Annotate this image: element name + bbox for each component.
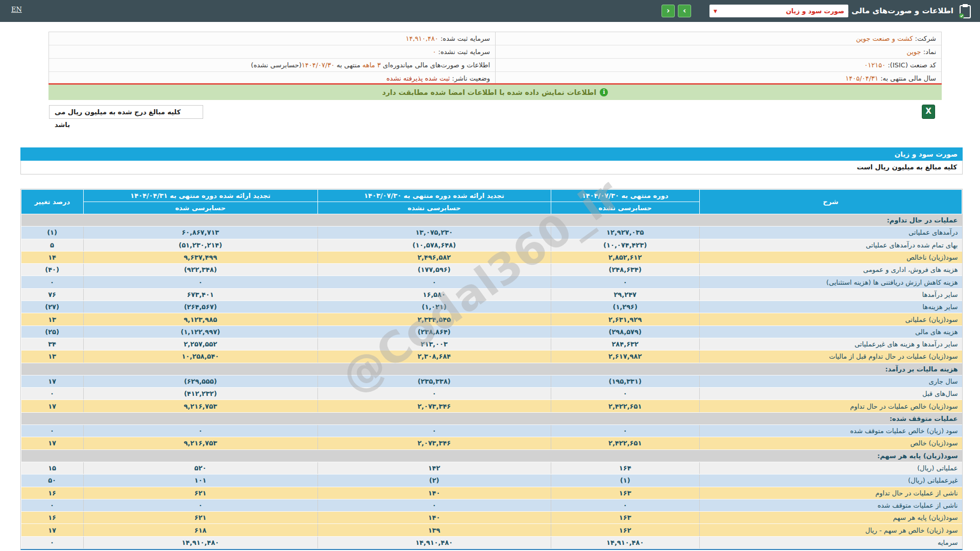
table-row: غیرعملیاتی (ریال)(۱)(۲)۱۰۱۵۰ bbox=[21, 474, 962, 487]
table-row: سایر درآمدها۲۹,۲۴۷۱۶,۵۸۰۶۷۳,۴۰۱۷۶ bbox=[21, 288, 962, 300]
value-current-period: ۰ bbox=[551, 499, 699, 511]
table-row: سایر درآمدها و هزینه های غیرعملیاتی۲۸۴,۶… bbox=[21, 338, 962, 350]
col-header-current-period: دوره منتهی به ۱۴۰۴/۰۷/۳۰ bbox=[551, 190, 699, 202]
row-label: سایر درآمدها bbox=[699, 288, 962, 300]
value-restated-quarter: (۲) bbox=[317, 474, 551, 487]
value-restated-year: ۰ bbox=[83, 276, 317, 288]
row-label: سود(زیان) عملیات در حال تداوم قبل از مال… bbox=[699, 350, 962, 363]
value-restated-year: ۶۷۳,۴۰۱ bbox=[83, 288, 317, 300]
col-subheader-year-audit: حسابرسی شده bbox=[83, 202, 317, 214]
table-row: هزینه های مالی(۲۹۸,۵۷۹)(۲۳۸,۸۶۴)(۱,۱۲۲,۹… bbox=[21, 325, 962, 338]
period-length-value: ۳ ماهه bbox=[362, 61, 381, 69]
value-current-period: ۱۶۳ bbox=[551, 512, 699, 524]
row-label: سرمایه bbox=[699, 536, 962, 548]
report-type-select[interactable]: صورت سود و زیان ▼ bbox=[709, 5, 848, 17]
value-current-period: ۲,۶۳۱,۹۲۹ bbox=[551, 313, 699, 325]
language-switch-link[interactable]: EN bbox=[11, 6, 22, 13]
value-restated-quarter: ۲۱۳,۰۰۳ bbox=[317, 338, 551, 350]
audit-status-text: (حسابرسی نشده) bbox=[251, 61, 302, 69]
value-restated-year: ۰ bbox=[83, 425, 317, 437]
value-restated-quarter: ۰ bbox=[317, 425, 551, 437]
export-excel-button[interactable]: X bbox=[922, 105, 935, 119]
section-row: هزینه مالیات بر درآمد: bbox=[21, 363, 962, 375]
clipboard-icon bbox=[959, 4, 972, 19]
row-label: سال جاری bbox=[699, 375, 962, 387]
publisher-status-value: ثبت شده پذیرفته نشده bbox=[386, 74, 450, 82]
table-row: هزینه های فروش، اداری و عمومی(۲۴۸,۶۳۴)(۱… bbox=[21, 264, 962, 276]
value-current-period: ۲,۴۲۲,۶۵۱ bbox=[551, 437, 699, 449]
value-change-percent: ۰ bbox=[21, 425, 84, 437]
previous-report-button[interactable]: ‹ bbox=[662, 5, 675, 17]
value-restated-quarter: ۰ bbox=[317, 276, 551, 288]
value-restated-year: ۹,۱۲۳,۹۸۵ bbox=[83, 313, 317, 325]
value-current-period: ۲۸۴,۶۳۲ bbox=[551, 338, 699, 350]
value-current-period: ۱۶۲ bbox=[551, 524, 699, 536]
section-row: عملیات در حال تداوم: bbox=[21, 214, 962, 227]
top-bar: EN اطلاعات و صورت‌های مالی میاندوره‌ای ص… bbox=[0, 0, 980, 22]
company-label: شرکت: bbox=[915, 35, 936, 42]
col-subheader-current-audit: حسابرسی نشده bbox=[551, 202, 699, 214]
unregistered-capital-value: ۰ bbox=[432, 48, 436, 56]
isic-label: کد صنعت (ISIC): bbox=[888, 61, 936, 69]
value-restated-year: ۵۲۰ bbox=[83, 462, 317, 474]
value-restated-year: ۶۱۸ bbox=[83, 524, 317, 536]
value-current-period: ۲,۴۲۲,۶۵۱ bbox=[551, 400, 699, 412]
table-row: سرمایه۱۴,۹۱۰,۴۸۰۱۴,۹۱۰,۴۸۰۱۴,۹۱۰,۴۸۰۰ bbox=[21, 536, 962, 548]
row-label: هزینه های فروش، اداری و عمومی bbox=[699, 264, 962, 276]
row-label: هزینه کاهش ارزش دریافتنی ها (هزینه استثن… bbox=[699, 276, 962, 288]
value-change-percent: ۱۴ bbox=[21, 251, 84, 263]
company-row: شرکت: کشت و صنعت جوین bbox=[495, 32, 941, 45]
table-row: سود(زیان) ناخالص۲,۸۵۲,۶۱۲۲,۴۹۶,۵۸۲۹,۶۳۷,… bbox=[21, 251, 962, 263]
symbol-value: جوین bbox=[906, 48, 921, 56]
section-row: سود(زیان) پایه هر سهم: bbox=[21, 449, 962, 462]
notice-text: اطلاعات نمایش داده شده با اطلاعات امضا ش… bbox=[382, 88, 596, 96]
value-current-period: ۱۶۴ bbox=[551, 462, 699, 474]
value-current-period: (۱) bbox=[551, 474, 699, 487]
row-label: سال‌های قبل bbox=[699, 388, 962, 400]
value-restated-year: ۹,۲۱۶,۷۵۳ bbox=[83, 437, 317, 449]
period-text: منتهی به bbox=[334, 61, 360, 69]
company-info-table: شرکت: کشت و صنعت جوین سرمایه ثبت شده: ۱۴… bbox=[48, 32, 942, 86]
fiscal-year-value: ۱۴۰۵/۰۴/۳۱ bbox=[845, 74, 878, 82]
value-current-period: (۲۹۸,۵۷۹) bbox=[551, 325, 699, 338]
row-label: سود(زیان) خالص bbox=[699, 437, 962, 449]
value-current-period: (۱,۲۹۶) bbox=[551, 301, 699, 313]
row-label: بهای تمام شده درآمدهای عملیاتی bbox=[699, 239, 962, 251]
unregistered-capital-row: سرمایه ثبت نشده: ۰ bbox=[49, 45, 495, 59]
value-restated-quarter: (۱,۰۲۱) bbox=[317, 301, 551, 313]
next-report-button[interactable]: › bbox=[678, 5, 691, 17]
row-label: سود(زیان) خالص عملیات در حال تداوم bbox=[699, 400, 962, 412]
value-current-period: ۲,۸۵۲,۶۱۲ bbox=[551, 251, 699, 263]
table-row: سود(زیان) عملیاتی۲,۶۳۱,۹۲۹۲,۳۳۴,۵۴۵۹,۱۲۳… bbox=[21, 313, 962, 325]
table-row: سود(زیان) پایه هر سهم۱۶۳۱۴۰۶۲۱۱۶ bbox=[21, 512, 962, 524]
value-change-percent: ۱۳ bbox=[21, 313, 84, 325]
isic-value: ۰۱۲۱۵۰ bbox=[864, 61, 886, 69]
value-current-period: ۱۶۳ bbox=[551, 487, 699, 499]
value-restated-quarter: ۲,۰۷۳,۳۴۶ bbox=[317, 400, 551, 412]
value-current-period: ۰ bbox=[551, 388, 699, 400]
value-restated-year: (۵۱,۲۳۰,۲۱۴) bbox=[83, 239, 317, 251]
value-restated-year: ۶۰,۸۶۷,۷۱۳ bbox=[83, 227, 317, 239]
row-label: درآمدهای عملیاتی bbox=[699, 227, 962, 239]
statement-unit-note: کلیه مبالغ به میلیون ریال است bbox=[20, 161, 963, 174]
registered-capital-value: ۱۴,۹۱۰,۴۸۰ bbox=[406, 35, 438, 42]
value-restated-quarter: ۱۴۰ bbox=[317, 512, 551, 524]
value-change-percent: (۲۷) bbox=[21, 301, 84, 313]
statement-table-wrap: شرح دوره منتهی به ۱۴۰۴/۰۷/۳۰ تجدید ارائه… bbox=[20, 189, 963, 550]
value-restated-year: ۶۲۱ bbox=[83, 487, 317, 499]
excel-icon-letter: X bbox=[922, 105, 935, 119]
value-restated-year: ۱۰,۲۵۸,۵۴۰ bbox=[83, 350, 317, 363]
signed-info-notice: i اطلاعات نمایش داده شده با اطلاعات امضا… bbox=[48, 85, 942, 100]
table-row: ناشی از عملیات متوقف شده۰۰۰۰ bbox=[21, 499, 962, 511]
row-label: سود(زیان) پایه هر سهم bbox=[699, 512, 962, 524]
value-restated-quarter: ۱۴,۹۱۰,۴۸۰ bbox=[317, 536, 551, 548]
value-restated-year: (۱,۱۲۲,۹۹۷) bbox=[83, 325, 317, 338]
units-note-box: کلیه مبالغ درج شده به میلیون ریال می باش… bbox=[49, 105, 203, 119]
value-restated-quarter: ۱۴۰ bbox=[317, 487, 551, 499]
value-restated-quarter: ۰ bbox=[317, 388, 551, 400]
value-current-period: ۱۴,۹۱۰,۴۸۰ bbox=[551, 536, 699, 548]
income-statement-table: شرح دوره منتهی به ۱۴۰۴/۰۷/۳۰ تجدید ارائه… bbox=[21, 189, 962, 549]
table-row: سود(زیان) عملیات در حال تداوم قبل از مال… bbox=[21, 350, 962, 363]
table-row: ناشی از عملیات در حال تداوم۱۶۳۱۴۰۶۲۱۱۶ bbox=[21, 487, 962, 499]
value-change-percent: ۰ bbox=[21, 276, 84, 288]
